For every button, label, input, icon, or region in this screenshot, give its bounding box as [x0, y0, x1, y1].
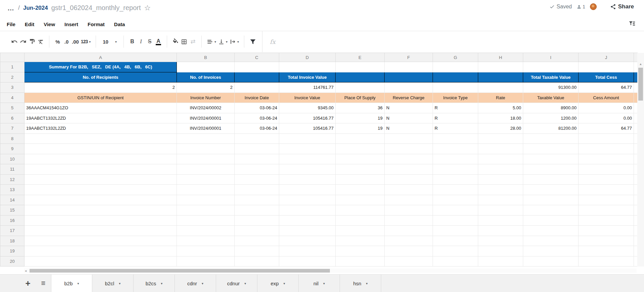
cell-A18[interactable]	[24, 236, 177, 246]
cell-H2[interactable]	[478, 72, 523, 82]
cell-B17[interactable]	[177, 226, 235, 236]
merge-cells-button[interactable]: ⇄	[189, 36, 197, 47]
cell-F6[interactable]: N	[385, 113, 433, 123]
cell-E16[interactable]	[336, 215, 385, 226]
cell-B20[interactable]	[177, 256, 235, 267]
sheet-tab-b2cl[interactable]: b2cl▾	[92, 275, 134, 292]
cell-E4[interactable]: Place Of Supply	[336, 93, 385, 103]
column-header-J[interactable]: J	[579, 53, 634, 62]
cell-E2[interactable]	[336, 72, 385, 82]
cell-E14[interactable]	[336, 195, 385, 205]
menu-edit[interactable]: Edit	[25, 21, 34, 27]
cell-D3[interactable]: 114761.77	[279, 82, 336, 93]
cell-H10[interactable]	[478, 154, 523, 164]
row-header-11[interactable]: 11	[0, 164, 24, 175]
cell-I5[interactable]: 8900.00	[523, 103, 579, 113]
tab-dropdown-icon[interactable]: ▾	[284, 282, 285, 285]
cell-G15[interactable]	[433, 205, 478, 216]
font-size-select[interactable]: 10 ▾	[100, 39, 119, 45]
cell-J5[interactable]: 0.00	[579, 103, 634, 113]
text-color-button[interactable]: A	[154, 36, 163, 47]
cell-K6[interactable]	[634, 113, 638, 123]
cell-B11[interactable]	[177, 164, 235, 175]
cell-B7[interactable]: INV/2024/00001	[177, 123, 235, 134]
column-header-D[interactable]: D	[279, 53, 336, 62]
cell-K15[interactable]	[634, 205, 638, 216]
cell-I14[interactable]	[523, 195, 579, 205]
cell-J8[interactable]	[579, 133, 634, 144]
column-header-E[interactable]: E	[336, 53, 385, 62]
cell-D7[interactable]: 105416.77	[279, 123, 336, 134]
decrease-decimal-button[interactable]: .0	[62, 36, 71, 47]
cell-A17[interactable]	[24, 226, 177, 236]
cell-F17[interactable]	[385, 226, 433, 236]
row-header-12[interactable]: 12	[0, 174, 24, 185]
cell-D13[interactable]	[279, 185, 336, 195]
borders-button[interactable]	[180, 36, 189, 47]
cell-I15[interactable]	[523, 205, 579, 216]
column-header-I[interactable]: I	[523, 53, 579, 62]
cell-K7[interactable]	[634, 123, 638, 134]
cell-I11[interactable]	[523, 164, 579, 175]
cell-K14[interactable]	[634, 195, 638, 205]
cell-I6[interactable]: 1200.00	[523, 113, 579, 123]
cell-B2[interactable]: No. of Invoices	[177, 72, 235, 82]
breadcrumb-project-link[interactable]: Jun-2024	[23, 5, 48, 11]
cell-G18[interactable]	[433, 236, 478, 246]
breadcrumb-menu-icon[interactable]: …	[7, 5, 15, 11]
cell-J7[interactable]: 64.77	[579, 123, 634, 134]
cell-G10[interactable]	[433, 154, 478, 164]
sheet-tab-hsn[interactable]: hsn▾	[340, 275, 381, 292]
cell-K5[interactable]	[634, 103, 638, 113]
filter-list-icon[interactable]	[628, 20, 636, 29]
cell-G7[interactable]: R	[433, 123, 478, 134]
cell-E19[interactable]	[336, 246, 385, 256]
cell-I9[interactable]	[523, 144, 579, 154]
cell-F4[interactable]: Reverse Charge	[385, 93, 433, 103]
paint-format-icon[interactable]	[28, 36, 36, 47]
cell-A4[interactable]: GSTIN/UIN of Recipient	[24, 93, 177, 103]
document-title[interactable]: gstr1_062024_monthly_report	[51, 4, 141, 12]
cell-K2[interactable]	[634, 72, 638, 82]
row-header-4[interactable]: 4	[0, 93, 24, 103]
cell-B6[interactable]: INV/2024/00001	[177, 113, 235, 123]
cell-J1[interactable]	[579, 62, 634, 72]
cell-A10[interactable]	[24, 154, 177, 164]
row-header-8[interactable]: 8	[0, 133, 24, 144]
sheet-tab-nil[interactable]: nil▾	[299, 275, 340, 292]
cell-H3[interactable]	[478, 82, 523, 93]
cell-C20[interactable]	[235, 256, 279, 267]
menu-format[interactable]: Format	[88, 21, 105, 27]
cell-A5[interactable]: 36AAACM4154G1ZO	[24, 103, 177, 113]
column-header-F[interactable]: F	[385, 53, 433, 62]
sheet-list-button[interactable]: ≡	[36, 275, 51, 292]
cell-J4[interactable]: Cess Amount	[579, 93, 634, 103]
cell-D5[interactable]: 9345.00	[279, 103, 336, 113]
scroll-up-icon[interactable]: ▲	[637, 62, 644, 66]
redo-button[interactable]	[19, 36, 28, 47]
cell-G17[interactable]	[433, 226, 478, 236]
cell-B3[interactable]: 2	[177, 82, 235, 93]
cell-F5[interactable]: N	[385, 103, 433, 113]
column-header-A[interactable]: A	[24, 53, 177, 62]
cell-H17[interactable]	[478, 226, 523, 236]
cell-H19[interactable]	[478, 246, 523, 256]
cell-D17[interactable]	[279, 226, 336, 236]
cell-B19[interactable]	[177, 246, 235, 256]
cell-H18[interactable]	[478, 236, 523, 246]
cell-F18[interactable]	[385, 236, 433, 246]
cell-E15[interactable]	[336, 205, 385, 216]
sheet-tab-cdnur[interactable]: cdnur▾	[216, 275, 257, 292]
cell-D18[interactable]	[279, 236, 336, 246]
fill-color-button[interactable]	[171, 36, 180, 47]
cell-D6[interactable]: 105416.77	[279, 113, 336, 123]
cell-E7[interactable]: 19	[336, 123, 385, 134]
row-header-7[interactable]: 7	[0, 123, 24, 134]
cell-B12[interactable]	[177, 174, 235, 185]
cell-G4[interactable]: Invoice Type	[433, 93, 478, 103]
row-header-17[interactable]: 17	[0, 226, 24, 236]
cell-A14[interactable]	[24, 195, 177, 205]
menu-file[interactable]: File	[7, 21, 15, 27]
cell-C1[interactable]	[235, 62, 279, 72]
cell-D2[interactable]: Total Invoice Value	[279, 72, 336, 82]
